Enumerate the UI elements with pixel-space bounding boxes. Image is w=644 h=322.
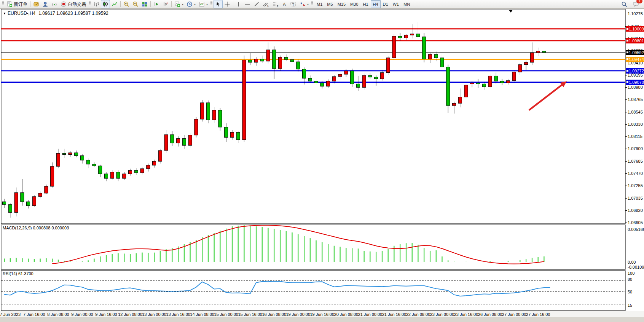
- candle: [194, 119, 198, 135]
- tab-timeframe-h4[interactable]: H4: [371, 0, 381, 8]
- price-tick: [625, 149, 627, 149]
- window-bottom-edge: [0, 317, 644, 322]
- zoom-out-icon: [132, 1, 139, 7]
- candle: [236, 132, 240, 139]
- shift-end-button[interactable]: [152, 0, 161, 8]
- tab-timeframe-m5[interactable]: M5: [325, 0, 335, 8]
- text-label-button[interactable]: T: [289, 0, 298, 8]
- new-chart-button[interactable]: [32, 0, 41, 8]
- tab-timeframe-m1[interactable]: M1: [314, 0, 325, 8]
- candle: [80, 155, 84, 160]
- time-axis-label: 19 Jun 00:00: [286, 312, 310, 317]
- toolbar-grip[interactable]: [311, 1, 313, 7]
- time-axis-label: 20 Jun 08:00: [334, 312, 359, 317]
- tab-timeframe-w1[interactable]: W1: [391, 0, 402, 8]
- toolbar-grip[interactable]: [89, 1, 91, 7]
- candle: [386, 58, 390, 73]
- price-tick: [625, 112, 627, 112]
- signals-button[interactable]: [50, 0, 59, 8]
- candle: [416, 34, 420, 37]
- svg-text:A: A: [283, 2, 286, 7]
- template-icon: [199, 1, 205, 7]
- tab-timeframe-m30[interactable]: M30: [348, 0, 360, 8]
- search-icon: [621, 1, 628, 8]
- fibonacci-button[interactable]: F: [271, 0, 280, 8]
- time-axis-label: 15 Jun 00:00: [214, 312, 238, 317]
- candle: [380, 72, 384, 78]
- tile-windows-button[interactable]: [140, 0, 149, 8]
- time-axis-label: 12 Jun 08:00: [118, 312, 142, 317]
- candle: [512, 72, 516, 80]
- price-tick: [625, 186, 627, 186]
- time-axis-label: 21 Jun 16:00: [382, 312, 406, 317]
- candle: [284, 57, 288, 59]
- add-indicator-icon: [174, 1, 180, 7]
- period-button[interactable]: ▾: [185, 0, 197, 8]
- toolbar-grip[interactable]: [210, 1, 212, 7]
- text-button[interactable]: A: [280, 0, 289, 8]
- candle: [422, 37, 426, 59]
- time-axis-label: 27 Jun 00:00: [502, 312, 526, 317]
- channel-icon: E: [263, 1, 269, 7]
- candlestick-chart-button[interactable]: [101, 0, 110, 8]
- candle: [182, 139, 186, 146]
- cursor-button[interactable]: [214, 0, 223, 8]
- price-tick-label: 1.07470: [628, 171, 643, 176]
- profiles-button[interactable]: [41, 0, 50, 8]
- tab-timeframe-m15[interactable]: M15: [335, 0, 348, 8]
- candle: [501, 81, 504, 83]
- toolbar-grip[interactable]: [2, 1, 4, 7]
- chevron-down-icon: ▾: [206, 3, 208, 6]
- candle: [158, 151, 162, 161]
- price-tick: [625, 14, 627, 14]
- autotrading-button[interactable]: 自动交易: [59, 0, 88, 8]
- price-tick-label: 1.07685: [628, 159, 643, 163]
- timeframe-group: M1M5M15M30H1H4D1W1MN: [314, 0, 412, 8]
- macd-axis-label: 0.005166: [628, 227, 644, 232]
- time-axis-label: 8 Jun 08:00: [47, 312, 69, 317]
- candle: [458, 97, 462, 103]
- notifications-button[interactable]: 1: [631, 0, 641, 8]
- vertical-line-button[interactable]: [234, 0, 243, 8]
- fibonacci-icon: F: [272, 1, 279, 7]
- add-indicator-button[interactable]: ▾: [173, 0, 185, 8]
- candle: [290, 59, 294, 62]
- line-chart-button[interactable]: [110, 0, 119, 8]
- equidistant-channel-button[interactable]: E: [261, 0, 271, 8]
- vertical-line-icon: [236, 1, 241, 7]
- bar-chart-icon: [93, 1, 99, 7]
- zoom-out-button[interactable]: [131, 0, 140, 8]
- price-tick-label: 1.06605: [628, 220, 643, 225]
- tab-timeframe-d1[interactable]: D1: [381, 0, 391, 8]
- candle: [332, 77, 336, 81]
- chart-title[interactable]: ▼ EURUSD-,H4 1.09617 1.09623 1.09587 1.0…: [3, 11, 108, 16]
- price-tick: [625, 210, 627, 211]
- search-button[interactable]: [620, 0, 629, 8]
- bar-chart-button[interactable]: [92, 0, 101, 8]
- line-chart-icon: [112, 1, 118, 7]
- horizontal-line-button[interactable]: [243, 0, 252, 8]
- trendline-button[interactable]: [252, 0, 261, 8]
- candle: [542, 51, 546, 53]
- chart-canvas[interactable]: [0, 9, 644, 317]
- template-button[interactable]: ▾: [197, 0, 209, 8]
- tab-timeframe-h1[interactable]: H1: [360, 0, 370, 8]
- zoom-in-button[interactable]: [122, 0, 131, 8]
- new-order-button[interactable]: 新订单: [5, 0, 29, 8]
- price-tick: [625, 99, 627, 100]
- macd-indicator-label: MACD(12,26,9) 0.000808 0.000003: [3, 226, 69, 230]
- tab-timeframe-mn[interactable]: MN: [401, 0, 412, 8]
- crosshair-button[interactable]: [223, 0, 232, 8]
- new-order-label: 新订单: [14, 1, 27, 8]
- candle: [453, 103, 456, 106]
- auto-scroll-button[interactable]: [161, 0, 170, 8]
- arrows-button[interactable]: ▾: [298, 0, 310, 8]
- candle: [470, 83, 474, 84]
- candle: [110, 172, 114, 178]
- candle: [477, 83, 480, 84]
- time-axis-label: 27 Jun 16:00: [526, 312, 550, 317]
- rsi-pane: [1, 271, 625, 311]
- candle: [356, 84, 360, 87]
- candle: [45, 186, 48, 193]
- candle: [56, 153, 60, 166]
